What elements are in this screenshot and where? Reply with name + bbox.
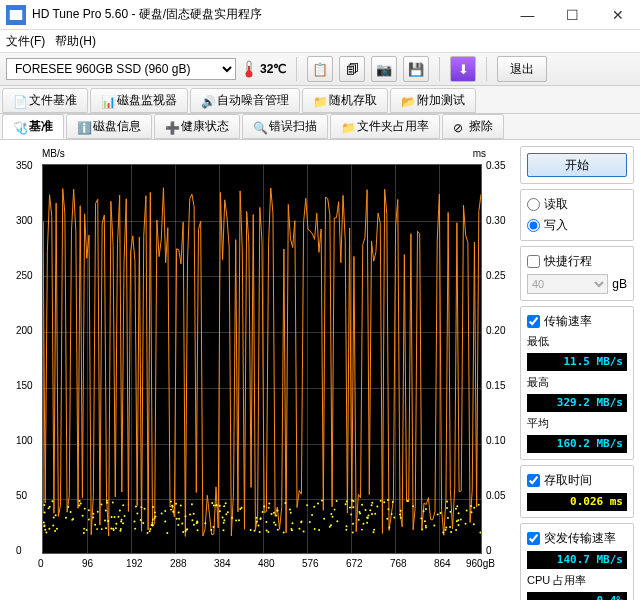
svg-point-25 — [361, 504, 363, 506]
svg-point-140 — [94, 524, 96, 526]
tab-擦除[interactable]: ⊘擦除 — [442, 114, 504, 139]
svg-point-244 — [101, 504, 103, 506]
svg-point-119 — [223, 519, 225, 521]
tab-label: 错误扫描 — [269, 118, 317, 135]
svg-point-176 — [119, 530, 121, 532]
svg-point-22 — [88, 519, 90, 521]
svg-point-187 — [329, 526, 331, 528]
tab-磁盘监视器[interactable]: 📊磁盘监视器 — [90, 88, 188, 113]
tab-基准[interactable]: 🩺基准 — [2, 114, 64, 139]
svg-point-205 — [277, 510, 279, 512]
burst-value: 140.7 MB/s — [527, 551, 627, 569]
svg-point-100 — [421, 529, 423, 531]
options-button[interactable]: ⬇ — [450, 56, 476, 82]
svg-point-60 — [65, 517, 67, 519]
svg-point-50 — [104, 519, 106, 521]
tab-文件基准[interactable]: 📄文件基准 — [2, 88, 88, 113]
svg-point-143 — [289, 509, 291, 511]
svg-point-34 — [134, 528, 136, 530]
svg-point-179 — [266, 529, 268, 531]
right-tick: 0.15 — [486, 380, 505, 391]
svg-point-92 — [223, 522, 225, 524]
tab-错误扫描[interactable]: 🔍错误扫描 — [242, 114, 328, 139]
tab-icon: ⊘ — [453, 121, 465, 133]
minimize-button[interactable]: — — [505, 0, 550, 30]
right-tick: 0.05 — [486, 490, 505, 501]
chart-area: MB/s ms 350300250200150100500 0.350.300.… — [0, 140, 516, 600]
transfer-rate-check[interactable]: 传输速率 — [527, 313, 627, 330]
block-size-select[interactable]: 40 — [527, 274, 608, 294]
svg-point-46 — [213, 505, 215, 507]
start-button[interactable]: 开始 — [527, 153, 627, 177]
svg-point-32 — [456, 505, 458, 507]
svg-point-63 — [271, 513, 273, 515]
menu-help[interactable]: 帮助(H) — [55, 33, 96, 50]
copy-info-button[interactable]: 📋 — [307, 56, 333, 82]
avg-label: 平均 — [527, 416, 627, 431]
svg-point-221 — [425, 525, 427, 527]
mode-write[interactable]: 写入 — [527, 217, 627, 234]
svg-point-262 — [170, 500, 172, 502]
close-button[interactable]: ✕ — [595, 0, 640, 30]
svg-point-137 — [479, 532, 481, 534]
tab-label: 自动噪音管理 — [217, 92, 289, 109]
svg-point-79 — [204, 522, 206, 524]
menu-file[interactable]: 文件(F) — [6, 33, 45, 50]
svg-point-74 — [478, 504, 480, 506]
svg-point-57 — [196, 520, 198, 522]
svg-point-11 — [440, 512, 442, 514]
tab-label: 擦除 — [469, 118, 493, 135]
svg-point-263 — [373, 529, 375, 531]
svg-point-172 — [115, 527, 117, 529]
chart-canvas — [42, 164, 482, 554]
access-time-check[interactable]: 存取时间 — [527, 472, 627, 489]
access-value: 0.026 ms — [527, 493, 627, 511]
svg-point-7 — [267, 531, 269, 533]
svg-point-33 — [222, 529, 224, 531]
tab-随机存取[interactable]: 📁随机存取 — [302, 88, 388, 113]
min-value: 11.5 MB/s — [527, 353, 627, 371]
svg-point-192 — [358, 519, 360, 521]
svg-point-230 — [376, 506, 378, 508]
tab-健康状态[interactable]: ➕健康状态 — [154, 114, 240, 139]
svg-point-72 — [425, 527, 427, 529]
tab-自动噪音管理[interactable]: 🔊自动噪音管理 — [190, 88, 300, 113]
thermometer-icon — [242, 60, 256, 78]
temperature-readout: 32℃ — [242, 60, 286, 78]
svg-point-169 — [235, 519, 237, 521]
save-button[interactable]: 💾 — [403, 56, 429, 82]
svg-point-157 — [43, 522, 45, 524]
svg-point-180 — [306, 504, 308, 506]
short-stroke-check[interactable]: 快捷行程 — [527, 253, 627, 270]
svg-point-129 — [458, 524, 460, 526]
svg-point-261 — [53, 516, 55, 518]
svg-point-151 — [433, 524, 435, 526]
svg-point-164 — [371, 504, 373, 506]
svg-point-124 — [238, 519, 240, 521]
drive-select[interactable]: FORESEE 960GB SSD (960 gB) — [6, 58, 236, 80]
screenshot-button[interactable]: 📷 — [371, 56, 397, 82]
burst-rate-check[interactable]: 突发传输速率 — [527, 530, 627, 547]
svg-point-257 — [450, 531, 452, 533]
maximize-button[interactable]: ☐ — [550, 0, 595, 30]
svg-point-194 — [351, 499, 353, 501]
svg-point-132 — [83, 528, 85, 530]
right-axis-unit: ms — [473, 148, 486, 159]
min-label: 最低 — [527, 334, 627, 349]
left-tick: 150 — [16, 380, 33, 391]
max-value: 329.2 MB/s — [527, 394, 627, 412]
svg-point-202 — [101, 528, 103, 530]
exit-button[interactable]: 退出 — [497, 56, 547, 82]
svg-point-116 — [142, 522, 144, 524]
tab-磁盘信息[interactable]: ℹ️磁盘信息 — [66, 114, 152, 139]
mode-read[interactable]: 读取 — [527, 196, 627, 213]
tab-附加测试[interactable]: 📂附加测试 — [390, 88, 476, 113]
tab-文件夹占用率[interactable]: 📁文件夹占用率 — [330, 114, 440, 139]
svg-point-201 — [135, 505, 137, 507]
svg-point-24 — [56, 528, 58, 530]
copy-screenshot-button[interactable]: 🗐 — [339, 56, 365, 82]
tab-label: 基准 — [29, 118, 53, 135]
svg-point-56 — [149, 530, 151, 532]
svg-point-191 — [371, 502, 373, 504]
x-tick: 768 — [390, 558, 407, 569]
